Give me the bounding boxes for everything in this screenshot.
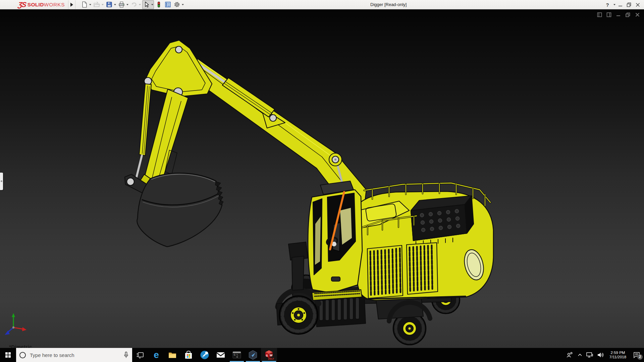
solidworks-2017-button[interactable]: S W 2017 — [261, 348, 277, 362]
side-grille-left — [367, 245, 403, 298]
solidworks-window: ƷS SOLID WORKS — [0, 0, 644, 362]
dropdown-caret-icon — [102, 4, 104, 5]
edge-button[interactable]: e — [148, 348, 164, 362]
clock[interactable]: 2:59 PM 7/11/2018 — [608, 351, 628, 359]
mail-button[interactable] — [213, 348, 229, 362]
dropdown-caret-icon[interactable] — [151, 4, 153, 5]
taskbar-apps: e — [132, 348, 277, 362]
machine-body[interactable] — [355, 183, 493, 300]
microsoft-store-icon — [184, 350, 193, 360]
start-button[interactable] — [0, 348, 16, 362]
save-floppy-icon — [106, 1, 113, 8]
boom-head-plate[interactable] — [144, 40, 212, 97]
logo-word-solid: SOLID — [28, 2, 44, 7]
people-button[interactable] — [564, 348, 576, 362]
hexagon-app-button[interactable] — [245, 348, 261, 362]
gear-icon — [173, 1, 180, 8]
display-pane-icon — [164, 1, 171, 8]
taskbar-spacer — [277, 348, 564, 362]
clock-date: 7/11/2018 — [608, 355, 628, 359]
restore-icon — [627, 2, 631, 7]
microphone-icon[interactable] — [123, 351, 129, 359]
cortana-circle-icon — [19, 352, 26, 358]
task-view-icon — [136, 351, 144, 359]
mail-icon — [216, 351, 225, 359]
people-icon — [566, 352, 573, 358]
undo-button — [130, 0, 142, 9]
wrench-tool-button[interactable] — [197, 348, 213, 362]
save-button[interactable] — [105, 0, 117, 9]
dropdown-caret-icon — [613, 4, 615, 5]
svg-text:2017: 2017 — [268, 357, 274, 360]
undo-arrow-icon — [130, 1, 138, 8]
chevron-up-icon — [578, 353, 582, 357]
dropdown-caret-icon — [139, 4, 141, 5]
view-orientation-label: *Dimetric — [9, 344, 32, 348]
window-title: Digger [Read-only] — [370, 0, 407, 9]
system-tray: 2:59 PM 7/11/2018 2 — [564, 348, 644, 362]
restore-button[interactable] — [625, 0, 633, 9]
dropdown-caret-icon[interactable] — [182, 4, 184, 5]
command-prompt-button[interactable]: C:\ — [229, 348, 245, 362]
dropdown-caret-icon[interactable] — [89, 4, 91, 5]
open-folder-icon — [93, 1, 100, 8]
bucket[interactable] — [137, 173, 223, 247]
edge-icon: e — [151, 350, 161, 360]
microsoft-store-button[interactable] — [180, 348, 197, 362]
close-button[interactable] — [633, 0, 642, 9]
hexagon-app-icon — [248, 350, 258, 360]
minimize-icon — [618, 3, 623, 7]
excavator-model-canvas[interactable] — [0, 9, 644, 348]
dassault-3ds-logo-icon: ƷS — [18, 1, 26, 8]
command-prompt-icon: C:\ — [232, 351, 241, 359]
logo-word-works: WORKS — [44, 2, 65, 7]
file-explorer-button[interactable] — [164, 348, 180, 362]
doc-close-icon[interactable] — [635, 12, 640, 17]
door-handle — [331, 277, 340, 281]
help-dropdown-caret[interactable] — [612, 0, 616, 9]
volume-button[interactable] — [595, 348, 606, 362]
new-document-icon — [81, 1, 88, 8]
graphics-viewport[interactable]: *Dimetric — [0, 9, 644, 348]
minimize-button[interactable] — [616, 0, 625, 9]
solidworks-2017-icon: S W 2017 — [264, 350, 274, 360]
file-explorer-icon — [168, 350, 177, 360]
options-button[interactable] — [173, 0, 184, 9]
traffic-light-button[interactable] — [155, 0, 163, 9]
window-controls: ? — [603, 0, 642, 9]
side-grille-right — [407, 243, 438, 294]
doc-minimize-icon[interactable] — [616, 12, 621, 17]
print-icon — [118, 1, 125, 8]
svg-text:W: W — [270, 354, 273, 357]
task-view-button[interactable] — [132, 348, 148, 362]
speaker-icon — [597, 352, 604, 358]
windows-logo-icon — [5, 352, 11, 358]
dropdown-caret-icon[interactable] — [126, 4, 128, 5]
select-tool-button[interactable] — [142, 0, 154, 9]
right-triangle-icon — [70, 3, 73, 7]
tray-overflow-button[interactable] — [576, 348, 584, 362]
wheel-front-left[interactable] — [279, 296, 318, 334]
wrench-circle-icon — [200, 350, 209, 360]
pane-toggle-left-icon[interactable] — [597, 12, 602, 17]
action-center-button[interactable]: 2 — [629, 348, 644, 362]
print-button[interactable] — [117, 0, 129, 9]
menu-flyout-button[interactable] — [68, 0, 75, 9]
clock-time: 2:59 PM — [608, 351, 628, 355]
search-input[interactable] — [30, 352, 123, 358]
help-button[interactable]: ? — [603, 0, 612, 9]
collapsed-panel-tab[interactable] — [0, 173, 3, 190]
pane-toggle-right-icon[interactable] — [606, 12, 611, 17]
close-icon — [636, 3, 640, 7]
cursor-arrow-icon — [143, 1, 150, 8]
dropdown-caret-icon[interactable] — [114, 4, 116, 5]
boom-elbow-joint[interactable] — [329, 153, 342, 166]
windows-taskbar: e — [0, 348, 644, 362]
display-pane-button[interactable] — [164, 0, 172, 9]
new-document-button[interactable] — [80, 0, 92, 9]
doc-restore-icon[interactable] — [625, 12, 631, 17]
svg-text:C:\: C:\ — [234, 354, 238, 356]
taskbar-search-box[interactable] — [16, 348, 132, 362]
network-button[interactable] — [584, 348, 595, 362]
cab[interactable] — [308, 181, 362, 300]
